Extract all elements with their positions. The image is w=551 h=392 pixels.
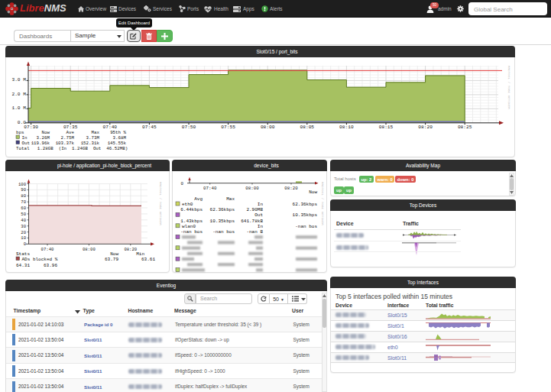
svg-text:07:40: 07:40	[203, 186, 217, 191]
svg-text:Min: Min	[136, 251, 144, 257]
svg-text:10.35kbps: 10.35kbps	[210, 219, 235, 224]
svg-text:3.68M: 3.68M	[113, 135, 127, 141]
svg-text:Now: Now	[309, 190, 317, 195]
svg-text:Ave: Ave	[66, 130, 75, 135]
svg-text:2.0 M: 2.0 M	[11, 92, 26, 97]
svg-text:10.35kbps: 10.35kbps	[293, 212, 318, 218]
svg-text:Max: Max	[92, 130, 100, 135]
svg-text:RRDTOOL / TOBI OETIKER: RRDTOOL / TOBI OETIKER	[159, 182, 163, 225]
svg-text:08:00: 08:00	[83, 247, 96, 252]
svg-text:6.44kbps: 6.44kbps	[180, 207, 203, 212]
svg-text:In: In	[22, 135, 28, 141]
svg-text:2.90MB: 2.90MB	[246, 207, 263, 212]
svg-text:63.61: 63.61	[141, 257, 155, 262]
svg-text:In: In	[258, 224, 264, 229]
svg-text:119.96k: 119.96k	[31, 141, 50, 146]
svg-text:08:15: 08:15	[379, 125, 394, 130]
svg-text:07:45: 07:45	[142, 125, 157, 130]
svg-text:0: 0	[181, 181, 184, 186]
svg-text:70: 70	[21, 199, 26, 205]
svg-text:08:10: 08:10	[339, 125, 354, 130]
svg-text:103.37k: 103.37k	[56, 141, 75, 146]
svg-text:50: 50	[21, 212, 26, 217]
svg-text:152.31k: 152.31k	[81, 141, 100, 146]
svg-text:-nan bos: -nan bos	[180, 229, 203, 235]
svg-text:20: 20	[21, 230, 26, 235]
svg-text:08:00: 08:00	[245, 186, 259, 191]
svg-text:-nan bos: -nan bos	[295, 224, 317, 229]
svg-text:Avg: Avg	[194, 196, 203, 202]
svg-text:64.31 63.96: 64.31 63.96	[16, 263, 57, 268]
svg-text:07:40: 07:40	[41, 247, 54, 252]
svg-text:Now: Now	[42, 130, 50, 135]
svg-text:3.26M: 3.26M	[37, 135, 50, 141]
svg-text:07:35: 07:35	[63, 125, 78, 130]
svg-text:08:00: 08:00	[261, 125, 275, 130]
svg-text:40: 40	[21, 218, 26, 223]
svg-text:-nan bos: -nan bos	[212, 229, 235, 235]
svg-text:08:25: 08:25	[458, 125, 472, 130]
svg-text:95th %: 95th %	[110, 130, 126, 135]
svg-text:Total 1.28GB (In 1.24GB O: Total 1.28GB (In 1.24GB Out 46.52MB)	[16, 146, 128, 151]
svg-text:10: 10	[21, 235, 26, 241]
svg-text:62.36kbps: 62.36kbps	[293, 202, 318, 207]
svg-text:80: 80	[21, 193, 26, 199]
svg-text:08:20: 08:20	[284, 186, 298, 191]
svg-text:07:30: 07:30	[24, 125, 38, 130]
svg-text:Now: Now	[110, 251, 118, 257]
svg-text:bps: bps	[16, 130, 24, 135]
svg-text:eth0: eth0	[182, 202, 193, 207]
svg-text:-nan B: -nan B	[246, 229, 263, 235]
svg-text:60: 60	[21, 206, 26, 211]
svg-text:3.73M: 3.73M	[86, 135, 100, 141]
svg-text:07:40: 07:40	[103, 125, 118, 130]
svg-text:Out: Out	[254, 212, 263, 218]
svg-text:2.75M: 2.75M	[61, 135, 75, 141]
svg-text:ADs blocked %: ADs blocked %	[22, 257, 58, 262]
svg-text:1.43kbps: 1.43kbps	[180, 219, 203, 224]
svg-text:Out: Out	[22, 141, 30, 146]
svg-text:145.55k: 145.55k	[108, 141, 127, 146]
svg-text:07:55: 07:55	[221, 125, 235, 130]
svg-text:In: In	[258, 202, 264, 207]
svg-text:07:50: 07:50	[182, 125, 196, 130]
svg-text:08:05: 08:05	[300, 125, 315, 130]
svg-text:Stats: Stats	[16, 251, 30, 257]
svg-text:90: 90	[21, 187, 26, 193]
svg-text:0: 0	[24, 241, 27, 247]
svg-text:641.78kB: 641.78kB	[241, 219, 263, 224]
svg-text:RRDTOOL / TOBI OETIKER: RRDTOOL / TOBI OETIKER	[321, 182, 325, 225]
svg-text:Max: Max	[226, 196, 235, 202]
svg-text:63.79: 63.79	[105, 257, 118, 262]
svg-text:wlan0: wlan0	[182, 224, 196, 229]
svg-text:RRDTOOL / TOBI OETIKER: RRDTOOL / TOBI OETIKER	[507, 66, 511, 109]
svg-text:1.0 M: 1.0 M	[11, 105, 26, 111]
svg-text:100: 100	[18, 182, 27, 187]
svg-text:08:20: 08:20	[418, 125, 433, 130]
svg-text:30: 30	[21, 224, 26, 229]
svg-text:62.36kbps: 62.36kbps	[210, 207, 235, 212]
svg-text:3.0 M: 3.0 M	[11, 77, 26, 83]
